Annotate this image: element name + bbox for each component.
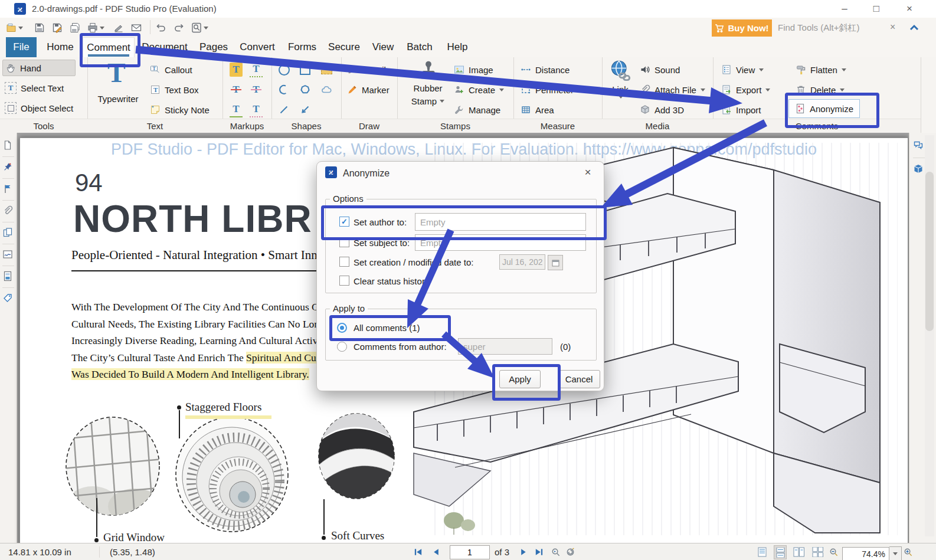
callout-button[interactable]: T Callout (150, 62, 192, 77)
marker-button[interactable]: Marker (347, 82, 390, 97)
sound-button[interactable]: Sound (640, 62, 680, 77)
destinations-panel-icon[interactable] (2, 227, 14, 239)
save-as-button[interactable] (52, 21, 63, 35)
perimeter-button[interactable]: Perimeter (521, 82, 574, 97)
zoom-dropdown-button[interactable] (889, 546, 902, 560)
comments-author-input[interactable] (458, 338, 552, 355)
preview-search-button[interactable] (191, 21, 208, 35)
refresh-view-button[interactable] (565, 543, 575, 560)
set-subject-checkbox[interactable] (339, 237, 349, 247)
select-text-button[interactable]: T Select Text (5, 80, 64, 96)
author-input[interactable] (415, 213, 586, 231)
dialog-close-icon[interactable]: × (580, 165, 595, 179)
arrow-shape-button[interactable] (299, 102, 312, 117)
open-button[interactable] (6, 21, 23, 35)
attach-file-button[interactable]: Attach File (640, 82, 705, 97)
cancel-button[interactable]: Cancel (558, 370, 600, 388)
maximize-button[interactable]: □ (863, 0, 890, 18)
tab-comment[interactable]: Comment (83, 37, 135, 58)
area-button[interactable]: Area (521, 102, 554, 117)
scrollbar-thumb[interactable] (925, 172, 934, 331)
text-box-button[interactable]: T Text Box (150, 82, 199, 97)
page-number-input[interactable] (450, 545, 490, 559)
strikethrough-button[interactable]: T (230, 82, 243, 97)
highlight-text-button[interactable]: T (230, 62, 243, 77)
minimize-button[interactable]: – (831, 0, 858, 18)
set-author-checkbox[interactable]: ✓ (339, 217, 349, 227)
import-comments-button[interactable]: Import (721, 102, 761, 117)
replace-text-button[interactable]: T (250, 82, 263, 97)
flatten-comments-button[interactable]: Flatten (796, 62, 846, 77)
vertical-scrollbar[interactable] (925, 135, 934, 536)
signatures-panel-icon[interactable] (2, 249, 14, 261)
close-button[interactable]: × (896, 0, 923, 18)
tab-pages[interactable]: Pages (197, 37, 230, 57)
tab-batch[interactable]: Batch (404, 37, 436, 57)
squiggly-underline-button[interactable]: T (250, 62, 263, 77)
distance-button[interactable]: Distance (521, 62, 570, 77)
attachments-panel-icon[interactable] (2, 205, 14, 217)
tab-home[interactable]: Home (44, 37, 77, 57)
previous-view-button[interactable] (551, 543, 561, 560)
save-button[interactable] (34, 21, 45, 35)
next-page-button[interactable] (518, 543, 528, 560)
first-page-button[interactable] (413, 543, 423, 560)
facing-continuous-layout-button[interactable] (811, 545, 823, 558)
clear-find-icon[interactable]: × (890, 22, 895, 32)
pencil-button[interactable]: Pencil (347, 62, 386, 77)
continuous-layout-button[interactable] (774, 545, 787, 559)
add-3d-button[interactable]: Add 3D (640, 102, 684, 117)
anonymize-button[interactable]: Anonymize (788, 99, 860, 118)
hand-tool-button[interactable]: Hand (2, 60, 76, 76)
set-date-checkbox[interactable] (339, 257, 349, 267)
tab-help[interactable]: Help (444, 37, 471, 57)
date-input[interactable] (499, 254, 545, 270)
tags-panel-icon[interactable] (2, 293, 14, 304)
single-page-layout-button[interactable] (756, 545, 768, 558)
subject-input[interactable] (415, 234, 586, 251)
arc-shape-button[interactable] (277, 82, 290, 97)
tab-forms[interactable]: Forms (286, 37, 319, 57)
cloud-shape-button[interactable] (320, 82, 333, 97)
pages-panel-icon[interactable] (2, 140, 14, 152)
link-button[interactable]: Link (603, 57, 637, 119)
zoom-level-box[interactable]: 74.4% (842, 547, 889, 560)
collapse-ribbon-icon[interactable] (909, 23, 919, 34)
sign-button[interactable] (113, 21, 124, 35)
all-comments-radio[interactable] (337, 323, 347, 333)
calendar-button[interactable] (548, 255, 563, 270)
tab-document[interactable]: Document (140, 37, 189, 57)
delete-comments-button[interactable]: Delete (796, 82, 845, 97)
zoom-in-button[interactable] (903, 543, 913, 560)
tab-secure[interactable]: Secure (327, 37, 361, 57)
pdf3d-pane-icon[interactable] (913, 163, 925, 175)
sticky-note-button[interactable]: Sticky Note (150, 102, 210, 117)
layers-panel-icon[interactable] (2, 271, 14, 283)
rubber-stamp-button[interactable]: Rubber Stamp (404, 57, 451, 119)
comments-from-author-radio[interactable] (337, 342, 347, 352)
square-shape-button[interactable] (299, 62, 312, 77)
underline-button[interactable]: T (230, 102, 243, 117)
apply-button[interactable]: Apply (499, 370, 541, 388)
tab-convert[interactable]: Convert (238, 37, 276, 57)
object-select-button[interactable]: Object Select (5, 100, 73, 116)
facing-layout-button[interactable] (793, 545, 804, 558)
highlight-area-button[interactable] (320, 62, 333, 77)
insert-text-button[interactable]: T (250, 102, 263, 117)
typewriter-button[interactable]: T Typewriter (87, 57, 149, 119)
manage-stamps-button[interactable]: Manage (454, 102, 500, 117)
previous-page-button[interactable] (431, 543, 441, 560)
line-shape-button[interactable] (277, 102, 290, 117)
view-comments-button[interactable]: View (721, 62, 764, 77)
clear-status-checkbox[interactable] (339, 276, 349, 286)
print-button[interactable] (87, 21, 104, 35)
undo-button[interactable] (156, 21, 166, 35)
buy-now-button[interactable]: Buy Now! (712, 19, 772, 37)
tab-view[interactable]: View (369, 37, 397, 57)
bookmarks-panel-icon[interactable] (2, 162, 14, 173)
circle-shape-button[interactable] (277, 62, 290, 77)
comments-pane-icon[interactable] (913, 140, 925, 152)
tab-file[interactable]: File (6, 37, 37, 57)
comments-panel-icon[interactable] (2, 184, 14, 195)
find-tools-field[interactable]: Find Tools (Alt+斜杠) (778, 22, 860, 34)
